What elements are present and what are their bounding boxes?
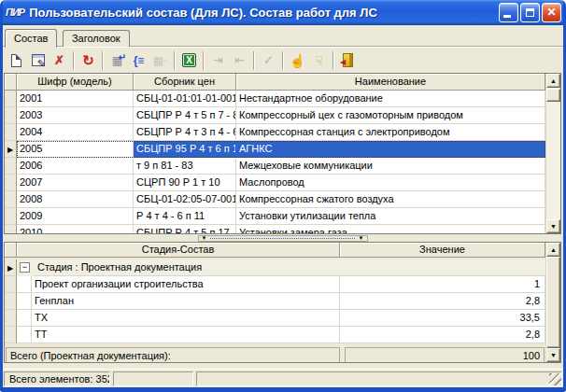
table-row[interactable]: Генплан2,8 <box>5 293 545 310</box>
cell-pricebook[interactable]: СЦРП 90 Р 1 т 10 <box>134 175 236 191</box>
scroll-thumb[interactable] <box>546 89 560 102</box>
pick-point-button[interactable]: ☟ <box>308 50 330 71</box>
new-record-button[interactable] <box>6 50 27 71</box>
arrow-up-icon <box>550 246 557 253</box>
tab-zagolovok[interactable]: Заголовок <box>63 30 130 47</box>
arrow-down-icon <box>550 223 557 230</box>
close-icon <box>546 7 556 18</box>
cell-name[interactable]: Межцеховые коммуникации <box>236 158 545 175</box>
cell-stage-name[interactable]: Проект организации строительства <box>32 276 340 293</box>
move-right-button[interactable]: ⇥ <box>207 50 229 71</box>
cell-name[interactable]: Маслопровод <box>236 175 545 191</box>
scroll-up-button[interactable] <box>546 243 560 257</box>
export-excel-button[interactable]: X <box>178 50 200 71</box>
cell-pricebook[interactable]: т 9 п 81 - 83 <box>134 158 236 175</box>
column-header-pricebook[interactable]: Сборник цен <box>134 74 236 91</box>
table-row[interactable]: 2009Р 4 т 4 - 6 п 11Установки утилизации… <box>5 208 545 225</box>
table-row[interactable]: 2008СБЦ-01-02:05-07-001Компрессорная сжа… <box>5 191 545 208</box>
stages-grid-footer: Всего (Проектная документация): 100 <box>5 346 545 362</box>
table-row[interactable]: Проект организации строительства1 <box>5 276 545 293</box>
table-row[interactable]: 2001СБЦ-01-01:01-01-001Нестандартное обо… <box>5 91 545 107</box>
scroll-thumb[interactable] <box>546 257 560 348</box>
cell-code[interactable]: 2008 <box>17 191 134 208</box>
table-row[interactable]: 2010СБЦПР Р 4 т 5 п 17 -Установки замера… <box>5 225 545 233</box>
exit-button[interactable]: ◀ <box>337 50 359 71</box>
cell-value[interactable]: 2,8 <box>340 293 545 310</box>
cell-name[interactable]: Установки утилизации тепла <box>236 208 545 225</box>
cell-name[interactable]: Компрессорная сжатого воздуха <box>236 191 545 208</box>
cell-value[interactable]: 2,8 <box>340 327 545 343</box>
cell-value[interactable]: 1 <box>340 276 545 293</box>
row-indicator <box>5 327 17 343</box>
structure-button[interactable]: {≡ <box>128 50 149 71</box>
cell-pricebook[interactable]: СБЦ-01-02:05-07-001 <box>134 191 236 208</box>
cell-pricebook[interactable]: СБЦ-01-01:01-01-001 <box>134 91 236 107</box>
grid-splitter <box>4 234 561 242</box>
cell-code[interactable]: 2010 <box>17 225 134 233</box>
chevron-down-icon <box>202 235 207 241</box>
status-bar: Всего элементов: 352 <box>3 369 563 387</box>
table-row[interactable]: 2007СЦРП 90 Р 1 т 10Маслопровод <box>5 175 545 191</box>
status-panel-2 <box>113 371 193 386</box>
minimize-button[interactable] <box>499 3 518 22</box>
delete-record-button[interactable]: ✗ <box>49 50 70 71</box>
maximize-button[interactable] <box>520 3 540 22</box>
row-indicator <box>5 191 17 208</box>
stages-grid-scrollbar <box>545 243 560 362</box>
collapse-button[interactable] <box>20 262 30 273</box>
cell-name[interactable]: АГНКС <box>236 141 545 158</box>
cell-name[interactable]: Компрессорный цех с газомоторным приводо… <box>236 107 545 124</box>
checkmark-icon: ✓ <box>263 54 274 67</box>
cell-name[interactable]: Нестандартное оборудование <box>236 91 545 107</box>
table-row[interactable]: ТХ33,5 <box>5 310 545 327</box>
cell-stage-name[interactable]: ТХ <box>32 310 340 327</box>
scroll-up-button[interactable] <box>546 74 560 88</box>
cell-code[interactable]: 2004 <box>17 124 134 141</box>
scroll-down-button[interactable] <box>546 348 560 362</box>
cell-code[interactable]: 2003 <box>17 107 134 124</box>
cell-pricebook[interactable]: СБЦПР 95 Р 4 т 6 п 1 <box>134 141 236 158</box>
resize-grip[interactable] <box>549 373 561 385</box>
cell-code[interactable]: 2009 <box>17 208 134 225</box>
cell-code[interactable]: 2001 <box>17 91 134 107</box>
close-button[interactable] <box>542 3 561 22</box>
column-header-name[interactable]: Наименование <box>236 74 545 91</box>
group-row[interactable]: Стадия : Проектная документация <box>5 259 545 276</box>
column-header-code[interactable]: Шифр (модель) <box>17 74 134 91</box>
cell-name[interactable]: Установки замера газа <box>236 225 545 233</box>
pick-up-button[interactable]: ☝ <box>287 50 308 71</box>
apply-button[interactable]: ✓ <box>258 50 279 71</box>
cell-code[interactable]: 2005 <box>17 141 134 158</box>
refresh-button[interactable]: ↻ <box>78 50 99 71</box>
column-header-value[interactable]: Значение <box>340 243 545 258</box>
move-left-button[interactable]: ⇤ <box>229 50 250 71</box>
toolbar-separator <box>253 51 255 70</box>
row-indicator <box>5 310 17 327</box>
splitter-handle[interactable] <box>198 235 368 242</box>
cell-pricebook[interactable]: СБЦПР Р 4 т 3 п 4 - 6 <box>134 124 236 141</box>
table-row[interactable]: 2003СБЦПР Р 4 т 5 п 7 - 8Компрессорный ц… <box>5 107 545 124</box>
cell-code[interactable]: 2006 <box>17 158 134 175</box>
table-row[interactable]: 2004СБЦПР Р 4 т 3 п 4 - 6Компрессорная с… <box>5 124 545 141</box>
properties-icon: ✎ <box>32 54 45 66</box>
column-header-stage[interactable]: Стадия-Состав <box>17 243 340 258</box>
cell-code[interactable]: 2007 <box>17 175 134 191</box>
copy-cell-button[interactable]: ▦▫ <box>149 50 171 71</box>
insert-row-button[interactable]: ▦↵ <box>106 50 128 71</box>
edit-record-button[interactable]: ✎ <box>27 50 49 71</box>
cell-pricebook[interactable]: СБЦПР Р 4 т 5 п 7 - 8 <box>134 107 236 124</box>
tab-sostav[interactable]: Состав <box>5 29 57 48</box>
table-row[interactable]: ТТ2,8 <box>5 327 545 343</box>
scroll-down-button[interactable] <box>546 219 560 233</box>
cell-value[interactable]: 33,5 <box>340 310 545 327</box>
table-row[interactable]: 2006т 9 п 81 - 83Межцеховые коммуникации <box>5 158 545 175</box>
group-indent <box>17 310 32 327</box>
cell-name[interactable]: Компрессорная станция с электроприводом <box>236 124 545 141</box>
scroll-track[interactable] <box>546 88 560 219</box>
cell-stage-name[interactable]: Генплан <box>32 293 340 310</box>
table-row[interactable]: 2005СБЦПР 95 Р 4 т 6 п 1АГНКС <box>5 141 545 158</box>
cell-pricebook[interactable]: СБЦПР Р 4 т 5 п 17 - <box>134 225 236 233</box>
cell-pricebook[interactable]: Р 4 т 4 - 6 п 11 <box>134 208 236 225</box>
cell-stage-name[interactable]: ТТ <box>32 327 340 343</box>
scroll-track[interactable] <box>546 257 560 348</box>
